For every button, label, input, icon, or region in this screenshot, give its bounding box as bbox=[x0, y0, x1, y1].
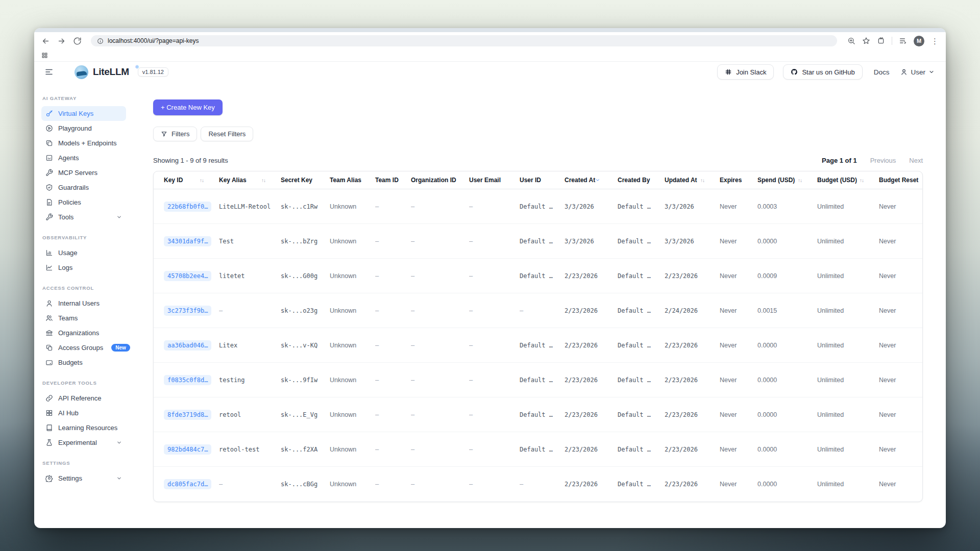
sidebar-item-teams[interactable]: Teams bbox=[41, 311, 126, 325]
star-github-button[interactable]: Star us on GitHub bbox=[783, 64, 862, 80]
docs-link[interactable]: Docs bbox=[874, 68, 890, 76]
column-header-budget-usd[interactable]: Budget (USD)↑↓ bbox=[817, 171, 879, 189]
sidebar-item-virtual-keys[interactable]: Virtual Keys bbox=[41, 106, 126, 121]
column-header-created-by[interactable]: Created By bbox=[618, 171, 665, 189]
table-row[interactable]: 8fde3719d8…retoolsk-...E_VgUnknown–––Def… bbox=[154, 397, 922, 432]
key-id-link[interactable]: f0835c0f8d… bbox=[164, 375, 211, 385]
user-menu[interactable]: User bbox=[900, 68, 935, 76]
column-header-spend-usd[interactable]: Spend (USD)↑↓ bbox=[757, 171, 817, 189]
sidebar-item-learning-resources[interactable]: Learning Resources bbox=[41, 420, 126, 435]
sort-icon[interactable]: ↑↓ bbox=[798, 178, 802, 183]
sidebar-item-models-endpoints[interactable]: Models + Endpoints bbox=[41, 136, 126, 151]
sort-icon[interactable]: ↑↓ bbox=[200, 178, 204, 183]
column-header-updated-at[interactable]: Updated At↑↓ bbox=[665, 171, 720, 189]
bookmark-star-icon[interactable] bbox=[862, 37, 870, 45]
column-header-key-id[interactable]: Key ID↑↓ bbox=[164, 171, 219, 189]
table-row[interactable]: dc805fac7d…–sk-...cBGgUnknown––––2/23/20… bbox=[154, 467, 922, 502]
table-row[interactable]: 34301daf9f…Testsk-...bZrgUnknown–––Defau… bbox=[154, 224, 922, 259]
address-bar[interactable]: localhost:4000/ui/?page=api-keys bbox=[91, 35, 837, 46]
table-row[interactable]: 45708b2ee4…litetetsk-...G00gUnknown–––De… bbox=[154, 259, 922, 293]
table-row[interactable]: 22b68fb0f0…LiteLLM-Retoolsk-...c1RwUnkno… bbox=[154, 189, 922, 224]
table-row[interactable]: 3c273f3f9b…–sk-...o23gUnknown––––2/23/20… bbox=[154, 293, 922, 328]
sidebar-item-organizations[interactable]: Organizations bbox=[41, 325, 126, 340]
filters-button[interactable]: Filters bbox=[153, 127, 197, 141]
sidebar-item-agents[interactable]: Agents bbox=[41, 151, 126, 165]
browser-menu-icon[interactable]: ⋮ bbox=[931, 37, 939, 45]
key-id-link[interactable]: 982bd484c7… bbox=[164, 444, 211, 455]
sidebar-item-logs[interactable]: Logs bbox=[41, 260, 126, 275]
cell-user_email: – bbox=[469, 307, 520, 314]
column-header-user-id[interactable]: User ID bbox=[520, 171, 565, 189]
column-header-team-alias[interactable]: Team Alias bbox=[330, 171, 375, 189]
cell-team_id: – bbox=[375, 446, 411, 453]
sidebar-item-settings[interactable]: Settings bbox=[41, 471, 126, 486]
cell-team_alias: Unknown bbox=[330, 481, 375, 488]
column-header-organization-id[interactable]: Organization ID bbox=[411, 171, 469, 189]
cell-created_by: Default … bbox=[618, 238, 665, 245]
apps-grid-icon[interactable] bbox=[41, 52, 48, 59]
sidebar-item-ai-hub[interactable]: AI Hub bbox=[41, 406, 126, 420]
card-icon bbox=[45, 359, 53, 366]
create-new-key-button[interactable]: + Create New Key bbox=[153, 99, 223, 115]
cell-budget: Unlimited bbox=[817, 307, 879, 314]
cell-team_id: – bbox=[375, 481, 411, 488]
cell-expires: Never bbox=[720, 446, 757, 453]
forward-icon[interactable] bbox=[57, 37, 66, 45]
sidebar-item-mcp-servers[interactable]: MCP Servers bbox=[41, 165, 126, 180]
sidebar-item-experimental[interactable]: Experimental bbox=[41, 435, 126, 450]
column-header-budget-reset[interactable]: Budget Reset bbox=[879, 171, 922, 189]
key-id-link[interactable]: 34301daf9f… bbox=[164, 236, 211, 246]
sidebar-toggle-icon[interactable] bbox=[44, 67, 54, 77]
sort-icon[interactable]: ↑↓ bbox=[700, 178, 704, 183]
browser-profile-avatar[interactable]: M bbox=[914, 36, 924, 46]
brand[interactable]: LiteLLM v1.81.12 bbox=[75, 65, 168, 79]
column-header-key-alias[interactable]: Key Alias↑↓ bbox=[219, 171, 281, 189]
sidebar-item-label: Settings bbox=[58, 474, 82, 482]
join-slack-button[interactable]: Join Slack bbox=[717, 64, 774, 80]
sidebar-item-usage[interactable]: Usage bbox=[41, 245, 126, 260]
cell-budget_reset: Never bbox=[879, 203, 922, 210]
column-header-user-email[interactable]: User Email bbox=[469, 171, 520, 189]
chevron-down-icon bbox=[116, 440, 122, 445]
table-row[interactable]: f0835c0f8d…testingsk-...9fIwUnknown–––De… bbox=[154, 363, 922, 397]
reload-icon[interactable] bbox=[73, 37, 82, 45]
tab-list-icon[interactable] bbox=[899, 37, 907, 45]
sidebar-item-playground[interactable]: Playground bbox=[41, 121, 126, 136]
previous-page-button[interactable]: Previous bbox=[870, 157, 896, 164]
sidebar-item-api-reference[interactable]: API Reference bbox=[41, 391, 126, 406]
sidebar-item-access-groups[interactable]: Access GroupsNew bbox=[41, 340, 126, 355]
column-header-team-id[interactable]: Team ID bbox=[375, 171, 411, 189]
column-header-expires[interactable]: Expires bbox=[720, 171, 757, 189]
cell-updated_at: 2/23/2026 bbox=[665, 272, 720, 280]
sidebar-item-policies[interactable]: Policies bbox=[41, 195, 126, 210]
key-id-link[interactable]: 8fde3719d8… bbox=[164, 410, 211, 420]
column-header-created-at[interactable]: Created At bbox=[565, 171, 618, 189]
site-info-icon[interactable] bbox=[97, 38, 104, 44]
back-icon[interactable] bbox=[41, 37, 50, 45]
sort-icon[interactable]: ↑↓ bbox=[261, 178, 265, 183]
sort-icon[interactable]: ↑↓ bbox=[860, 178, 864, 183]
table-row[interactable]: 982bd484c7…retool-testsk-...f2XAUnknown–… bbox=[154, 432, 922, 467]
next-page-button[interactable]: Next bbox=[909, 157, 923, 164]
column-header-secret-key[interactable]: Secret Key bbox=[281, 171, 330, 189]
key-id-link[interactable]: 45708b2ee4… bbox=[164, 271, 211, 281]
sidebar-item-guardrails[interactable]: Guardrails bbox=[41, 180, 126, 195]
reset-filters-button[interactable]: Reset Filters bbox=[201, 127, 253, 141]
cell-updated_at: 2/23/2026 bbox=[665, 446, 720, 453]
key-id-link[interactable]: aa36bad046… bbox=[164, 340, 211, 350]
sidebar-item-internal-users[interactable]: Internal Users bbox=[41, 296, 126, 311]
table-row[interactable]: aa36bad046…Litexsk-...v-KQUnknown–––Defa… bbox=[154, 328, 922, 363]
key-id-link[interactable]: 22b68fb0f0… bbox=[164, 202, 211, 212]
extensions-icon[interactable] bbox=[877, 37, 885, 45]
key-id-link[interactable]: 3c273f3f9b… bbox=[164, 306, 211, 316]
key-id-link[interactable]: dc805fac7d… bbox=[164, 479, 211, 489]
sidebar-item-budgets[interactable]: Budgets bbox=[41, 355, 126, 370]
line-chart-icon bbox=[45, 264, 53, 271]
version-badge: v1.81.12 bbox=[138, 67, 168, 77]
sidebar-item-tools[interactable]: Tools bbox=[41, 210, 126, 224]
cell-budget: Unlimited bbox=[817, 377, 879, 384]
sort-desc-icon[interactable] bbox=[595, 177, 600, 183]
page-status: Page 1 of 1 bbox=[822, 157, 857, 164]
zoom-icon[interactable] bbox=[847, 37, 855, 45]
cell-key_id: 45708b2ee4… bbox=[164, 271, 219, 281]
